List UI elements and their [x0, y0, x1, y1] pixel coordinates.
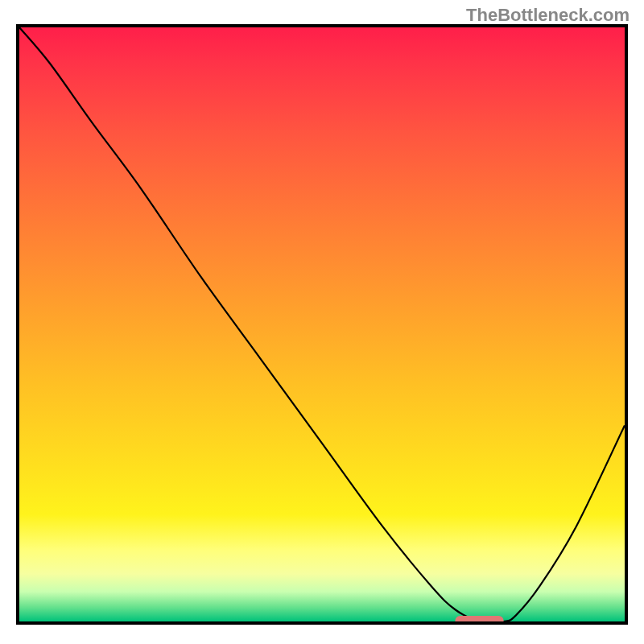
- chart-frame: [16, 24, 628, 625]
- bottleneck-curve: [19, 27, 625, 621]
- minimum-marker: [455, 616, 503, 621]
- chart-svg: [19, 27, 625, 621]
- watermark-text: TheBottleneck.com: [466, 5, 630, 26]
